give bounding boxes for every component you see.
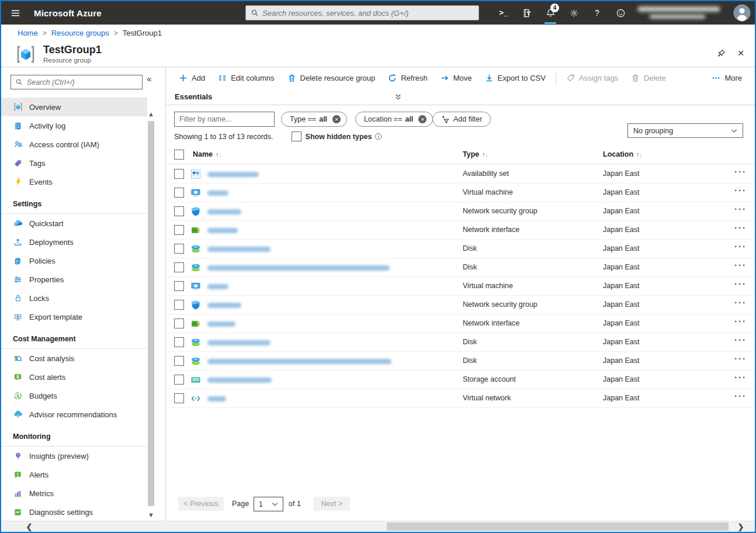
cloud-shell-button[interactable]: >_: [492, 1, 515, 25]
sidebar-item[interactable]: Access control (IAM): [1, 135, 147, 154]
command-button[interactable]: Export to CSV: [478, 70, 552, 87]
sidebar-item[interactable]: Advisor recommendations: [1, 405, 147, 424]
resource-name-redacted[interactable]: [207, 191, 228, 196]
row-context-menu-icon[interactable]: ···: [734, 316, 747, 326]
select-all-checkbox[interactable]: [174, 150, 184, 160]
essentials-expand-icon[interactable]: [394, 94, 402, 101]
sidebar-item[interactable]: Diagnostic settings: [1, 503, 147, 521]
row-checkbox[interactable]: [174, 375, 184, 385]
avatar[interactable]: [730, 1, 754, 25]
scroll-left-icon[interactable]: ❮: [22, 521, 36, 532]
row-context-menu-icon[interactable]: ···: [734, 354, 747, 364]
info-icon[interactable]: [374, 133, 382, 140]
row-checkbox[interactable]: [174, 393, 184, 403]
command-button[interactable]: Assign tags: [560, 70, 625, 87]
sidebar-scrollbar[interactable]: ▲ ▼: [147, 109, 155, 519]
resource-name-redacted[interactable]: [207, 247, 271, 252]
filter-pill[interactable]: Location == all ✕: [355, 112, 433, 127]
command-button[interactable]: Delete: [625, 70, 672, 87]
notifications-button[interactable]: 4: [539, 1, 562, 25]
row-context-menu-icon[interactable]: ···: [734, 391, 747, 401]
row-context-menu-icon[interactable]: ···: [734, 204, 747, 214]
row-context-menu-icon[interactable]: ···: [734, 167, 747, 176]
page-number-select[interactable]: 1: [254, 497, 283, 511]
more-button[interactable]: More: [707, 69, 747, 86]
sidebar-item[interactable]: $ Budgets: [1, 386, 147, 405]
row-context-menu-icon[interactable]: ···: [734, 241, 747, 251]
row-checkbox[interactable]: [174, 244, 184, 254]
sidebar-search[interactable]: [11, 75, 143, 89]
sidebar-item[interactable]: Events: [1, 172, 147, 191]
sidebar-item[interactable]: $ Cost analysis: [1, 349, 147, 368]
command-button[interactable]: Edit columns: [211, 70, 280, 87]
command-button[interactable]: Move: [434, 70, 478, 87]
sidebar-item[interactable]: Properties: [1, 270, 147, 289]
resource-name-redacted[interactable]: [207, 284, 228, 289]
command-button[interactable]: Add: [172, 70, 211, 87]
add-filter-button[interactable]: Add filter: [432, 112, 491, 127]
previous-page-button[interactable]: < Previous: [178, 497, 224, 511]
sidebar-item[interactable]: Tags: [1, 154, 147, 172]
horizontal-scroll-thumb[interactable]: [387, 522, 729, 531]
sidebar-item[interactable]: Alerts: [1, 465, 147, 484]
sidebar-item[interactable]: Policies: [1, 251, 147, 270]
sidebar-item[interactable]: $ Cost alerts: [1, 368, 147, 386]
resource-name-redacted[interactable]: [207, 396, 226, 402]
hamburger-menu-icon[interactable]: [1, 1, 29, 25]
row-context-menu-icon[interactable]: ···: [734, 372, 747, 382]
breadcrumb-home[interactable]: Home: [18, 29, 38, 37]
row-checkbox[interactable]: [174, 300, 184, 310]
row-checkbox[interactable]: [174, 188, 184, 198]
column-header-name[interactable]: Name↑↓: [193, 150, 222, 158]
global-search-input[interactable]: [262, 9, 474, 18]
resource-name-redacted[interactable]: [207, 378, 272, 383]
breadcrumb-resource-groups[interactable]: Resource groups: [51, 29, 109, 37]
filter-pill[interactable]: Type == all ✕: [281, 112, 347, 127]
scroll-down-icon[interactable]: ▼: [147, 510, 155, 519]
horizontal-scrollbar[interactable]: ❮ ❯: [1, 521, 755, 532]
row-context-menu-icon[interactable]: ···: [734, 260, 747, 270]
sidebar-scroll-thumb[interactable]: [148, 121, 154, 506]
account-info-redacted[interactable]: [632, 1, 730, 25]
show-hidden-types-checkbox[interactable]: [292, 131, 301, 141]
remove-filter-icon[interactable]: ✕: [332, 115, 341, 123]
row-checkbox[interactable]: [174, 169, 184, 179]
resource-name-redacted[interactable]: [207, 303, 241, 308]
close-icon[interactable]: ✕: [735, 47, 747, 59]
row-checkbox[interactable]: [174, 356, 184, 366]
command-button[interactable]: Delete resource group: [281, 70, 382, 87]
resource-name-redacted[interactable]: [207, 209, 241, 214]
sidebar-item[interactable]: Activity log: [1, 116, 147, 135]
command-button[interactable]: Refresh: [382, 70, 434, 87]
scroll-right-icon[interactable]: ❯: [734, 521, 748, 532]
row-checkbox[interactable]: [174, 225, 184, 235]
row-checkbox[interactable]: [174, 337, 184, 347]
pin-icon[interactable]: [715, 47, 727, 59]
settings-button[interactable]: [562, 1, 585, 25]
global-search[interactable]: [245, 5, 479, 20]
help-button[interactable]: ?: [585, 1, 609, 25]
filter-by-name-input[interactable]: [174, 112, 275, 127]
next-page-button[interactable]: Next >: [314, 497, 350, 511]
column-header-location[interactable]: Location↑↓: [603, 150, 643, 158]
sidebar-item[interactable]: Insights (preview): [1, 447, 147, 465]
directory-filter-button[interactable]: [515, 1, 539, 25]
sidebar-item[interactable]: Metrics: [1, 484, 147, 503]
scroll-up-icon[interactable]: ▲: [147, 109, 155, 118]
sidebar-item[interactable]: Deployments: [1, 233, 147, 251]
sidebar-item[interactable]: Export template: [1, 307, 147, 326]
row-context-menu-icon[interactable]: ···: [734, 185, 747, 195]
resource-name-redacted[interactable]: [207, 340, 271, 345]
row-checkbox[interactable]: [174, 262, 184, 272]
sidebar-item[interactable]: Locks: [1, 289, 147, 307]
row-context-menu-icon[interactable]: ···: [734, 297, 747, 307]
feedback-button[interactable]: [609, 1, 632, 25]
row-checkbox[interactable]: [174, 319, 184, 328]
resource-name-redacted[interactable]: [207, 359, 391, 364]
row-checkbox[interactable]: [174, 281, 184, 291]
remove-filter-icon[interactable]: ✕: [418, 115, 426, 123]
row-checkbox[interactable]: [174, 206, 184, 216]
resource-name-redacted[interactable]: [207, 228, 238, 233]
row-context-menu-icon[interactable]: ···: [734, 279, 747, 289]
sidebar-search-input[interactable]: [27, 78, 138, 86]
